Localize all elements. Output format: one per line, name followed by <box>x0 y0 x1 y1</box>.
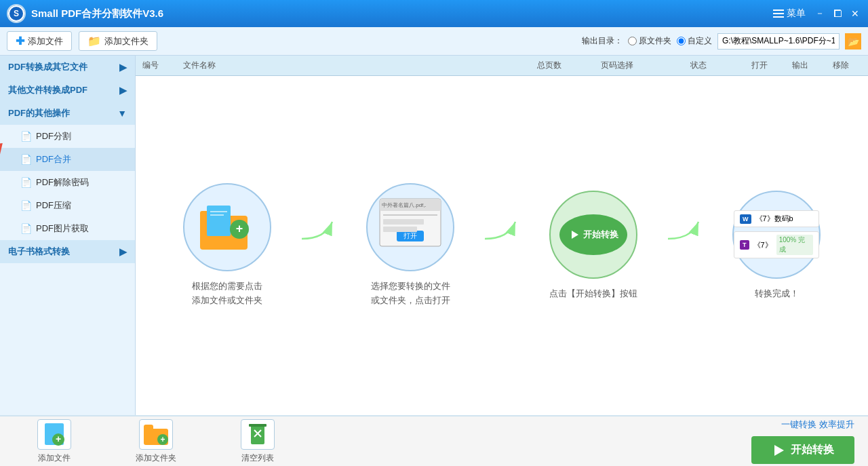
bottom-add-folder-label: 添加文件夹 <box>136 452 176 464</box>
sidebar-category-to-pdf[interactable]: 其他文件转换成PDF ▶ <box>0 79 135 102</box>
bottom-right: 一键转换 效率提升 开始转换 <box>751 419 854 464</box>
sidebar-category-pdf-ops[interactable]: PDF的其他操作 ▼ <box>0 102 135 125</box>
minimize-button[interactable]: － <box>814 7 826 20</box>
start-convert-button[interactable]: 开始转换 <box>751 436 854 464</box>
toolbar: ✚ 添加文件 📁 添加文件夹 输出目录： 原文件夹 自定义 📂 <box>0 27 868 56</box>
step3-text: 点击【开始转换】按钮 <box>549 287 637 301</box>
tutorial-area: + 根据您的需要点击 添加文件或文件夹 <box>136 76 868 415</box>
efficiency-text: 一键转换 效率提升 <box>781 419 854 431</box>
svg-rect-10 <box>210 214 224 216</box>
bottom-clear-list: 清空列表 <box>217 419 298 464</box>
original-folder-radio-label[interactable]: 原文件夹 <box>628 35 671 47</box>
word-icon: W <box>740 214 751 224</box>
original-folder-radio[interactable] <box>628 37 637 45</box>
output-label: 输出目录： <box>582 35 623 47</box>
file-list: + 根据您的需要点击 添加文件或文件夹 <box>136 76 868 415</box>
sidebar-category-pdf-convert[interactable]: PDF转换成其它文件 ▶ <box>0 56 135 79</box>
tutorial-step-3: 开始转换 点击【开始转换】按钮 <box>549 191 637 301</box>
menu-button[interactable]: 菜单 <box>773 7 806 20</box>
chevron-right-icon3: ▶ <box>119 246 127 257</box>
pdf-decrypt-icon: 📄 <box>20 177 32 188</box>
svg-rect-8 <box>207 206 231 236</box>
output-path-input[interactable] <box>717 33 840 50</box>
custom-radio-label[interactable]: 自定义 <box>677 35 712 47</box>
result2-name: 《7》 <box>753 240 772 250</box>
maximize-button[interactable]: ⧠ <box>831 7 844 20</box>
col-pagesel: 页码选择 <box>576 60 658 71</box>
tutorial-step-2: 中外著名篇八.pdf,. 打开 选择您要转换的文件 或文件夹，点击打开 <box>366 183 454 308</box>
progress-badge: 100% 完成 <box>776 235 813 255</box>
step2-illustration: 中外著名篇八.pdf,. 打开 <box>376 195 444 259</box>
step3-circle: 开始转换 <box>549 191 637 279</box>
sidebar-item-pdf-split[interactable]: 📄 PDF分割 <box>0 125 135 148</box>
svg-rect-33 <box>249 424 267 427</box>
pdf-compress-label: PDF压缩 <box>36 199 71 212</box>
bottom-actions: + 添加文件 + 添加文件夹 <box>14 419 298 464</box>
pdf-merge-label: PDF合并 <box>36 153 71 166</box>
chevron-right-icon2: ▶ <box>119 85 127 96</box>
window-controls: － ⧠ ✕ <box>814 7 861 20</box>
svg-rect-2 <box>773 9 784 11</box>
step2-circle: 中外著名篇八.pdf,. 打开 <box>366 183 454 271</box>
svg-text:+: + <box>56 433 61 444</box>
sidebar-item-pdf-decrypt[interactable]: 📄 PDF解除密码 <box>0 171 135 194</box>
bottom-add-folder-button[interactable]: + <box>139 419 173 450</box>
col-num: 编号 <box>142 60 183 71</box>
title-bar-right: 菜单 － ⧠ ✕ <box>773 7 861 20</box>
folder-icon: 📁 <box>87 35 101 47</box>
output-section: 输出目录： 原文件夹 自定义 📂 <box>582 33 861 50</box>
original-folder-label: 原文件夹 <box>639 35 671 47</box>
col-remove: 移除 <box>821 60 861 71</box>
step3-illustration: 开始转换 <box>559 214 627 255</box>
col-status: 状态 <box>658 60 739 71</box>
step1-illustration: + <box>193 192 261 263</box>
bottom-add-file-label: 添加文件 <box>38 452 71 464</box>
step1-circle: + <box>183 183 271 271</box>
pdf-convert-label: PDF转换成其它文件 <box>8 61 87 73</box>
svg-text:+: + <box>236 222 243 235</box>
svg-rect-9 <box>210 211 227 212</box>
custom-radio[interactable] <box>677 37 686 45</box>
sidebar-item-pdf-image[interactable]: 📄 PDF图片获取 <box>0 217 135 240</box>
svg-rect-32 <box>251 425 264 444</box>
step4-illustration: W 《7》数码b T 《7》 100% 完成 <box>734 210 819 258</box>
step1-text: 根据您的需要点击 添加文件或文件夹 <box>192 279 262 308</box>
svg-rect-19 <box>383 214 437 216</box>
arrow-2 <box>481 215 522 276</box>
svg-text:中外著名篇八.pdf,.: 中外著名篇八.pdf,. <box>382 202 427 208</box>
arrow-1 <box>298 215 339 276</box>
svg-text:S: S <box>14 9 19 18</box>
output-browse-button[interactable]: 📂 <box>845 33 861 50</box>
svg-rect-4 <box>773 16 784 18</box>
close-button[interactable]: ✕ <box>849 7 861 20</box>
svg-rect-20 <box>383 219 424 225</box>
sidebar-item-pdf-merge[interactable]: 📄 PDF合并 <box>0 148 135 171</box>
add-file-label: 添加文件 <box>28 35 63 47</box>
chevron-right-icon: ▶ <box>119 62 127 73</box>
step4-text: 转换完成！ <box>755 287 799 301</box>
svg-rect-29 <box>144 425 153 431</box>
pdf-split-label: PDF分割 <box>36 130 71 142</box>
chevron-down-icon: ▼ <box>117 108 127 119</box>
menu-label: 菜单 <box>787 7 806 20</box>
sidebar-category-ebook[interactable]: 电子书格式转换 ▶ <box>0 240 135 263</box>
add-folder-label: 添加文件夹 <box>104 35 149 47</box>
add-file-button[interactable]: ✚ 添加文件 <box>7 31 72 51</box>
txt-icon: T <box>740 240 749 250</box>
browse-icon: 📂 <box>848 36 859 47</box>
title-bar-left: S Small PDF合并分割软件V3.6 <box>7 4 163 23</box>
content-area: 编号 文件名称 总页数 页码选择 状态 打开 输出 移除 <box>136 56 868 415</box>
bottom-add-file-button[interactable]: + <box>37 419 71 450</box>
bottom-clear-list-button[interactable] <box>241 419 275 450</box>
tutorial-step-4: W 《7》数码b T 《7》 100% 完成 转换完成！ <box>732 191 821 301</box>
svg-marker-36 <box>774 445 784 456</box>
step2-text: 选择您要转换的文件 或文件夹，点击打开 <box>371 279 450 308</box>
add-folder-button[interactable]: 📁 添加文件夹 <box>79 31 157 51</box>
to-pdf-label: 其他文件转换成PDF <box>8 84 87 96</box>
pdf-image-icon: 📄 <box>20 223 32 234</box>
start-convert-label: 开始转换 <box>791 443 834 457</box>
main-layout: PDF转换成其它文件 ▶ 其他文件转换成PDF ▶ PDF的其他操作 ▼ 📄 P… <box>0 56 868 415</box>
svg-text:+: + <box>160 435 165 444</box>
col-pages: 总页数 <box>522 60 576 71</box>
sidebar-item-pdf-compress[interactable]: 📄 PDF压缩 <box>0 194 135 217</box>
